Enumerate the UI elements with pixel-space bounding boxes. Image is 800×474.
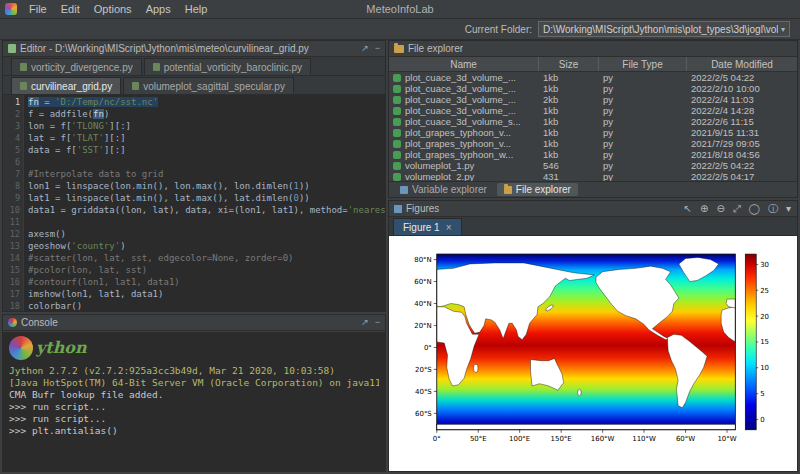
svg-text:60°N: 60°N (414, 278, 432, 286)
tab-file-explorer[interactable]: File explorer (497, 183, 578, 196)
menu-item-file[interactable]: File (22, 2, 54, 16)
editor-tab-label: vorticity_divergence.py (31, 62, 133, 73)
column-header-name[interactable]: Name (389, 57, 539, 71)
file-size-cell: 1kb (539, 116, 599, 127)
jython-logo-icon (9, 336, 33, 360)
code-line (28, 216, 385, 228)
figure-canvas[interactable]: 0°50°E100°E150°E160°W110°W60°W10°W80°N60… (389, 236, 797, 471)
svg-text:0: 0 (760, 416, 764, 424)
minimize-icon[interactable]: − (375, 318, 380, 327)
editor-tab[interactable]: potential_vorticity_baroclinic.py (144, 58, 311, 75)
svg-text:100°E: 100°E (509, 435, 530, 443)
console-output[interactable]: ython Jython 2.7.2 (v2.7.2:925a3cc3b49d,… (3, 332, 385, 471)
code-line: lon1 = linspace(lon.min(), lon.max(), lo… (28, 180, 385, 192)
python-file-icon (393, 118, 401, 126)
console-panel-header: Console ↗− (3, 315, 385, 331)
chart-icon (394, 205, 402, 213)
menu-item-edit[interactable]: Edit (54, 2, 87, 16)
table-row[interactable]: plot_cuace_3d_volume_...1kbpy2022/2/10 1… (389, 83, 797, 94)
file-name-cell: plot_grapes_typhoon_v... (389, 138, 539, 149)
menubar: FileEditOptionsAppsHelp MeteoInfoLab (0, 0, 800, 19)
table-row[interactable]: plot_cuace_3d_volume_s...1kbpy2022/2/6 1… (389, 116, 797, 127)
zoom-in-icon[interactable]: ⊕ (699, 204, 709, 214)
python-file-icon (393, 162, 401, 170)
file-name: plot_cuace_3d_volume_... (405, 94, 516, 105)
float-icon[interactable]: ↗ (361, 318, 369, 327)
svg-text:5: 5 (760, 390, 764, 398)
line-number: 4 (3, 132, 20, 144)
svg-text:10: 10 (760, 364, 769, 372)
zoom-out-icon[interactable]: ⊖ (715, 204, 725, 214)
tab-variable-explorer[interactable]: Variable explorer (393, 183, 494, 196)
file-size-cell: 1kb (539, 83, 599, 94)
figures-title: Figures (406, 203, 439, 214)
table-row[interactable]: plot_grapes_typhoon_w...1kbpy2021/8/18 0… (389, 149, 797, 160)
svg-text:150°E: 150°E (551, 435, 572, 443)
line-number: 6 (3, 156, 20, 168)
full-extent-icon[interactable]: ◯ (748, 204, 761, 214)
menu-item-apps[interactable]: Apps (139, 2, 178, 16)
float-icon[interactable]: ↗ (361, 44, 369, 53)
file-name: plot_cuace_3d_volume_s... (405, 116, 521, 127)
line-number: 16 (3, 276, 20, 288)
file-size-cell: 1kb (539, 105, 599, 116)
close-icon[interactable]: × (446, 222, 452, 233)
table-row[interactable]: plot_cuace_3d_volume_...1kbpy2022/2/5 04… (389, 72, 797, 83)
code-lines[interactable]: fn = 'D:/Temp/nc/sst.nc'f = addfile(fn)l… (24, 95, 385, 311)
line-number: 1 (3, 96, 20, 108)
file-name: volumeplot_2.py (405, 171, 474, 181)
file-name: plot_cuace_3d_volume_... (405, 105, 516, 116)
menu-item-help[interactable]: Help (178, 2, 215, 16)
figure-toolbar: ↖⊕⊖⤢◯ⓘ▾ (683, 204, 792, 214)
code-line: lon = f['TLONG'][:] (28, 120, 385, 132)
column-header-file-type[interactable]: File Type (599, 57, 687, 71)
table-row[interactable]: plot_grapes_typhoon_v...1kbpy2021/9/15 1… (389, 127, 797, 138)
pan-icon[interactable]: ⤢ (732, 204, 742, 214)
file-name-cell: plot_cuace_3d_volume_... (389, 83, 539, 94)
current-folder-combobox[interactable]: D:\Working\MIScript\Jython\mis\plot_type… (538, 21, 790, 37)
file-icon (20, 63, 27, 71)
svg-text:160°W: 160°W (591, 435, 615, 443)
pointer-icon[interactable]: ↖ (683, 204, 693, 214)
code-editor[interactable]: 123456789101112131415161718 fn = 'D:/Tem… (3, 95, 385, 311)
python-file-icon (393, 151, 401, 159)
jython-logo-text: ython (36, 342, 87, 354)
code-line: f = addfile(fn) (28, 108, 385, 120)
file-size-cell: 2kb (539, 94, 599, 105)
file-name: volumeplot_1.py (405, 160, 474, 171)
editor-tab[interactable]: curvilinear_grid.py (11, 77, 121, 94)
table-row[interactable]: plot_cuace_3d_volume_...1kbpy2022/2/4 14… (389, 105, 797, 116)
editor-tab[interactable]: vorticity_divergence.py (11, 58, 142, 75)
file-name: plot_cuace_3d_volume_... (405, 83, 516, 94)
identify-icon[interactable]: ⓘ (767, 204, 779, 214)
table-row[interactable]: volumeplot_1.py546py2022/2/5 04:22 (389, 160, 797, 171)
column-header-date-modified[interactable]: Date Modified (687, 57, 797, 71)
current-folder-toolbar: Current Folder: D:\Working\MIScript\Jyth… (0, 19, 800, 40)
menu-dropdown-icon[interactable]: ▾ (785, 204, 792, 214)
code-line: lat = f['TLAT'][:] (28, 132, 385, 144)
line-number: 5 (3, 144, 20, 156)
line-number: 11 (3, 216, 20, 228)
editor-title: Editor - D:\Working\MIScript\Jython\mis\… (20, 43, 309, 54)
file-type-cell: py (599, 171, 687, 181)
file-date-cell: 2021/8/18 04:56 (687, 149, 797, 160)
svg-text:25: 25 (760, 287, 769, 295)
column-header-size[interactable]: Size (539, 57, 599, 71)
chevron-down-icon[interactable]: ▾ (781, 25, 785, 34)
file-explorer-title: File explorer (408, 43, 463, 54)
file-table-header: NameSizeFile TypeDate Modified (389, 57, 797, 72)
code-line: fn = 'D:/Temp/nc/sst.nc' (28, 96, 385, 108)
figure-tab[interactable]: Figure 1 × (393, 218, 462, 235)
file-size-cell: 1kb (539, 72, 599, 83)
table-row[interactable]: volumeplot_2.py431py2022/2/5 04:17 (389, 171, 797, 181)
table-row[interactable]: plot_cuace_3d_volume_...2kbpy2022/2/4 11… (389, 94, 797, 105)
python-file-icon (393, 129, 401, 137)
editor-tab-label: volumeplot_sagittal_specular.py (143, 81, 285, 92)
editor-tab[interactable]: volumeplot_sagittal_specular.py (123, 77, 294, 94)
file-date-cell: 2021/9/15 11:31 (687, 127, 797, 138)
python-file-icon (393, 107, 401, 115)
minimize-icon[interactable]: − (375, 44, 380, 53)
table-row[interactable]: plot_grapes_typhoon_v...1kbpy2021/7/29 0… (389, 138, 797, 149)
python-file-icon (393, 96, 401, 104)
menu-item-options[interactable]: Options (87, 2, 139, 16)
